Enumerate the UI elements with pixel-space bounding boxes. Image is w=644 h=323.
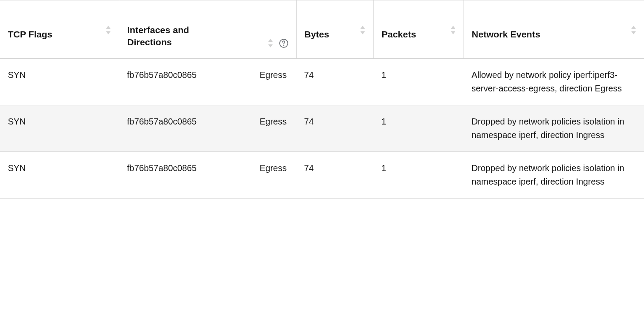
cell-interface: fb76b57a80c0865 Egress [119,58,296,105]
sort-icon[interactable] [450,25,456,35]
sort-icon[interactable] [106,25,111,35]
help-icon[interactable] [279,39,288,48]
cell-network-event: Dropped by network policies isolation in… [464,105,644,151]
interface-id: fb76b57a80c0865 [127,115,197,128]
cell-bytes: 74 [296,105,374,151]
cell-packets: 1 [374,151,464,198]
column-label: Interfaces and Directions [127,12,201,49]
cell-network-event: Allowed by network policy iperf:iperf3-s… [464,58,644,105]
cell-interface: fb76b57a80c0865 Egress [119,151,296,198]
table-row[interactable]: SYN fb76b57a80c0865 Egress 74 1 Dropped … [0,105,644,151]
sort-icon[interactable] [268,38,273,48]
column-label: Bytes [304,12,329,40]
cell-bytes: 74 [296,58,374,105]
network-flows-table: TCP Flags Interfaces and Directions [0,0,644,199]
cell-interface: fb76b57a80c0865 Egress [119,105,296,151]
column-label: Network Events [472,12,541,40]
interface-direction: Egress [260,115,288,128]
column-label: Packets [381,12,416,40]
table-row[interactable]: SYN fb76b57a80c0865 Egress 74 1 Dropped … [0,151,644,198]
cell-tcp-flags: SYN [0,105,119,151]
cell-network-event: Dropped by network policies isolation in… [464,151,644,198]
column-header-packets[interactable]: Packets [374,0,464,59]
cell-packets: 1 [374,105,464,151]
cell-bytes: 74 [296,151,374,198]
sort-icon[interactable] [631,25,636,35]
sort-icon[interactable] [360,25,365,35]
column-header-tcp-flags[interactable]: TCP Flags [0,0,119,59]
cell-packets: 1 [374,58,464,105]
table-row[interactable]: SYN fb76b57a80c0865 Egress 74 1 Allowed … [0,58,644,105]
column-header-network-events[interactable]: Network Events [464,0,644,59]
cell-tcp-flags: SYN [0,151,119,198]
column-header-interfaces[interactable]: Interfaces and Directions [119,0,296,59]
interface-id: fb76b57a80c0865 [127,68,197,82]
cell-tcp-flags: SYN [0,58,119,105]
column-label: TCP Flags [8,12,52,40]
table-header-row: TCP Flags Interfaces and Directions [0,0,644,59]
interface-direction: Egress [260,162,288,175]
interface-direction: Egress [260,68,288,82]
interface-id: fb76b57a80c0865 [127,162,197,175]
column-header-bytes[interactable]: Bytes [296,0,374,59]
